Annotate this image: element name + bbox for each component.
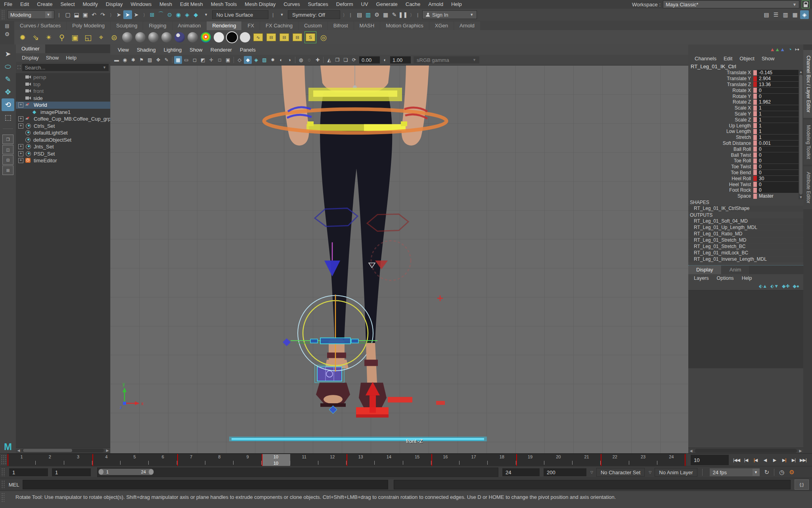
use-all-lights-icon[interactable]: ✸ xyxy=(269,56,277,64)
speed-ramp-icon[interactable]: ◔ xyxy=(788,46,792,53)
modeling-toolkit-toggle-icon[interactable]: ◈ xyxy=(800,10,809,19)
live-surface-field[interactable]: No Live Surface xyxy=(212,10,268,19)
channelbox-menu-object[interactable]: Object xyxy=(736,56,758,62)
select-camera-icon[interactable]: ▬ xyxy=(113,56,121,64)
playback-end-field[interactable]: 24 xyxy=(502,468,540,476)
outliner-item-persp[interactable]: persp xyxy=(16,74,110,81)
scroll-up-icon[interactable]: ▲ xyxy=(798,70,804,74)
timeline-frame-21[interactable]: 21 xyxy=(573,454,601,466)
chevron-down-icon[interactable]: ▼ xyxy=(278,10,286,19)
outliner-item-defaultlightset[interactable]: defaultLightSet xyxy=(16,129,110,137)
channel-name[interactable]: Scale Y xyxy=(688,111,753,117)
channel-value[interactable]: 0 xyxy=(757,187,799,193)
playback-loop-icon[interactable]: ↻ xyxy=(764,469,770,476)
menu-uv[interactable]: UV xyxy=(357,0,372,9)
volume-light-icon[interactable]: ◱ xyxy=(82,31,94,43)
channel-value[interactable]: 2.904 xyxy=(757,76,799,81)
channel-value[interactable]: 0 xyxy=(757,164,799,169)
motion-blur-icon[interactable]: ◍ xyxy=(297,56,305,64)
step-back-frame-button[interactable]: |◀ xyxy=(741,455,751,465)
menu-mesh-tools[interactable]: Mesh Tools xyxy=(207,0,241,9)
expand-icon[interactable]: + xyxy=(18,123,23,129)
channelbox-hscrollbar[interactable]: ◀ ▶ xyxy=(688,448,803,453)
layer-editor-tab-anim[interactable]: Anim xyxy=(722,266,749,274)
move-layer-up-icon[interactable]: ⬖▲ xyxy=(759,283,767,289)
rangebar-grip[interactable] xyxy=(1,468,5,477)
channelbox-vscrollbar[interactable]: ▲ ▼ xyxy=(799,70,803,199)
outliner-item-top[interactable]: top xyxy=(16,81,110,88)
layer-menu-help[interactable]: Help xyxy=(739,275,755,281)
channelbox-menu-edit[interactable]: Edit xyxy=(720,56,735,62)
outliner-item-psd-set[interactable]: +PSD_Set xyxy=(16,150,110,158)
outliner-item-world[interactable]: +World xyxy=(16,102,110,109)
paint-select-tool[interactable]: ✎ xyxy=(2,73,14,86)
play-forwards-button[interactable]: ▶ xyxy=(770,455,779,465)
select-tool[interactable]: ➤ xyxy=(2,48,14,60)
four-pane-layout[interactable]: ◫ xyxy=(2,145,13,154)
step-back-key-button[interactable]: |◀ xyxy=(751,455,760,465)
outliner-item-front[interactable]: front xyxy=(16,88,110,95)
menu-file[interactable]: File xyxy=(0,0,16,9)
step-forward-key-button[interactable]: ▶| xyxy=(779,455,789,465)
channel-value[interactable]: 0.001 xyxy=(757,140,799,146)
output-node[interactable]: RT_Leg_01_Stretch_BC xyxy=(688,244,803,250)
menu-generate[interactable]: Generate xyxy=(372,0,402,9)
timeline-frame-13[interactable]: 13 xyxy=(347,454,375,466)
channel-name[interactable]: Up Length xyxy=(688,123,753,129)
blinn-ball-icon[interactable] xyxy=(121,31,133,43)
menu-display[interactable]: Display xyxy=(102,0,127,9)
outliner-tab[interactable]: Outliner xyxy=(16,44,45,53)
side-tab-attribute-editor[interactable]: Attribute Editor xyxy=(803,166,812,209)
menu-help[interactable]: Help xyxy=(447,0,466,9)
snap-projected-center-icon[interactable]: ◉ xyxy=(174,10,183,19)
workspace-lock-icon[interactable] xyxy=(802,0,810,8)
rotate-tool[interactable]: ⟲ xyxy=(2,98,14,111)
sidebar-toggle-icon[interactable]: ▤ xyxy=(762,10,771,19)
colorspace-select[interactable]: sRGB gamma▼ xyxy=(414,56,479,64)
timeline-frame-19[interactable]: 19 xyxy=(516,454,544,466)
playback-start-field[interactable]: 1 xyxy=(52,468,91,476)
gear-icon[interactable]: ⚙ xyxy=(5,31,10,37)
shelf-tab-poly-modeling[interactable]: Poly Modeling xyxy=(67,21,110,30)
render-node-2-icon[interactable]: ⊟ xyxy=(278,31,290,43)
timeline-frame-6[interactable]: 6 xyxy=(149,454,177,466)
menu-set-select[interactable]: Modeling▼ xyxy=(8,10,54,19)
timeline-frame-16[interactable]: 16 xyxy=(431,454,460,466)
step-forward-frame-button[interactable]: ▶| xyxy=(789,455,798,465)
film-gate-icon[interactable]: ▭ xyxy=(182,56,190,64)
viewport-menu-view[interactable]: View xyxy=(114,47,132,53)
viewport-canvas[interactable]: front -Z front -Z y x z xyxy=(110,65,688,453)
range-start-handle[interactable] xyxy=(99,469,103,475)
menu-surfaces[interactable]: Surfaces xyxy=(304,0,332,9)
channel-value[interactable]: 1 xyxy=(757,135,799,140)
timeline-frame-3[interactable]: 3 xyxy=(64,454,92,466)
chevron-down-icon[interactable]: ▼ xyxy=(202,10,211,19)
menu-edit-mesh[interactable]: Edit Mesh xyxy=(176,0,207,9)
channel-value[interactable]: 0 xyxy=(757,94,799,99)
outliner-item-jnts-set[interactable]: +Jnts_Set xyxy=(16,143,110,150)
layer-editor-tab-display[interactable]: Display xyxy=(688,266,721,274)
timeline-frame-9[interactable]: 9 xyxy=(234,454,262,466)
channel-value[interactable]: 0 xyxy=(757,170,799,175)
menu-mesh[interactable]: Mesh xyxy=(155,0,176,9)
directional-light-icon[interactable]: ⇘ xyxy=(30,31,42,43)
channel-value[interactable]: 1 xyxy=(757,117,799,123)
command-input[interactable] xyxy=(23,480,388,489)
output-node[interactable]: RT_Leg_01_Up_Length_MDL xyxy=(688,225,803,231)
render-node-sel-icon[interactable]: S xyxy=(304,31,316,43)
channel-value[interactable]: Master xyxy=(757,193,799,199)
timeline-frame-20[interactable]: 20 xyxy=(544,454,573,466)
timeline-frame-7[interactable]: 7 xyxy=(177,454,205,466)
channel-name[interactable]: Scale X xyxy=(688,105,753,111)
workspace-select[interactable]: Maya Classic* ▼ xyxy=(663,0,799,8)
layer-menu-options[interactable]: Options xyxy=(714,275,737,281)
ipr-render-icon[interactable]: ▥ xyxy=(364,10,373,19)
shelf-tab-fx[interactable]: FX xyxy=(242,21,260,30)
channel-name[interactable]: Soft Distance xyxy=(688,140,753,146)
shelf-tab-fx-caching[interactable]: FX Caching xyxy=(260,21,298,30)
light-editor-icon[interactable]: ⌖ xyxy=(95,31,107,43)
field-chart-icon[interactable]: ✛ xyxy=(207,56,215,64)
grease-pencil-icon[interactable]: ✎ xyxy=(163,56,170,64)
menu-curves[interactable]: Curves xyxy=(280,0,304,9)
output-node[interactable]: RT_Leg_01_Inverse_Length_MDL xyxy=(688,256,803,262)
